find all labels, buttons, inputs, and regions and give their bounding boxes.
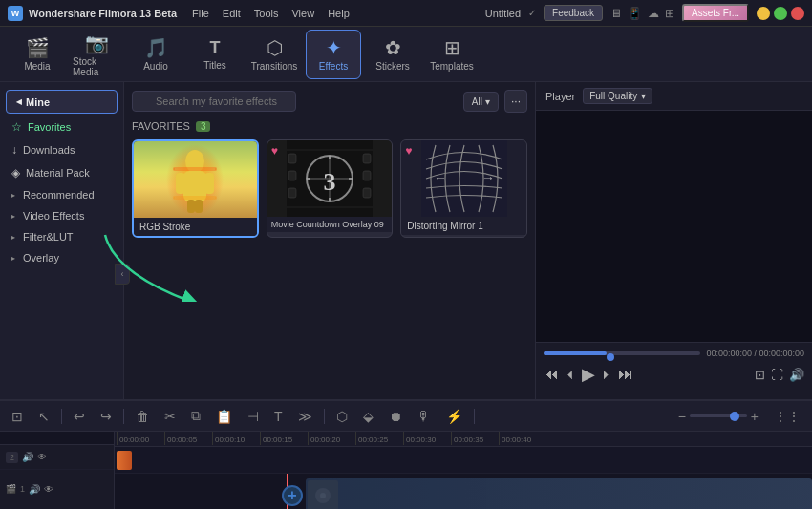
sidebar-mine-header[interactable]: ◂ Mine — [6, 90, 118, 114]
playback-progress-bar[interactable] — [544, 351, 700, 355]
snap-icon[interactable]: ⚡ — [442, 407, 466, 426]
time-display: 00:00:00:00 / 00:00:00:00 — [706, 349, 804, 358]
audio-track-icon[interactable]: 🎙 — [414, 407, 435, 426]
more-options-button[interactable]: ··· — [504, 90, 527, 113]
phone-icon[interactable]: 📱 — [628, 7, 642, 20]
crop-icon[interactable]: ⊡ — [755, 368, 765, 382]
svg-text:←: ← — [434, 170, 447, 185]
undo-icon[interactable]: ↩ — [70, 407, 89, 426]
svg-rect-14 — [288, 188, 296, 198]
tool-effects[interactable]: ✦ Effects — [306, 30, 361, 79]
volume-icon[interactable]: 🔊 — [789, 368, 804, 382]
sidebar-item-filter-lut[interactable]: ▸ Filter&LUT — [0, 226, 123, 247]
paste-icon[interactable]: 📋 — [212, 407, 236, 426]
skip-back-icon[interactable]: ⏮ — [544, 366, 559, 383]
video-track-label: 2 🔊 👁 — [0, 445, 114, 469]
feedback-button[interactable]: Feedback — [544, 5, 603, 21]
sidebar-item-recommended[interactable]: ▸ Recommended — [0, 184, 123, 205]
audio-icon: 🎵 — [144, 36, 168, 59]
favorites-count-badge: 3 — [196, 121, 211, 132]
menu-tools[interactable]: Tools — [254, 8, 279, 19]
media-label: Media — [24, 61, 50, 72]
menu-help[interactable]: Help — [328, 8, 350, 19]
scissors-icon[interactable]: ✂ — [160, 407, 180, 426]
delete-icon[interactable]: 🗑 — [132, 407, 153, 426]
frame-forward-icon[interactable]: ⏵ — [601, 368, 612, 381]
zoom-out-button[interactable]: − — [678, 409, 686, 424]
tool-templates[interactable]: ⊞ Templates — [424, 30, 480, 79]
split-icon[interactable]: ⊣ — [244, 407, 263, 426]
countdown-thumb-bg: 3 — [267, 140, 393, 217]
redo-icon[interactable]: ↪ — [96, 407, 116, 426]
favorites-label: Favorites — [28, 121, 71, 133]
quality-selector[interactable]: Full Quality ▾ — [583, 88, 652, 104]
rgb-thumb-bg — [134, 141, 257, 218]
crop-tool-icon[interactable]: ⊡ — [8, 407, 27, 426]
more-options-icon[interactable]: ⋮⋮ — [770, 407, 804, 426]
countdown-heart-icon: ♥ — [271, 144, 278, 158]
monitor-icon[interactable]: 🖥 — [610, 7, 622, 20]
overlay-arrow-icon: ▸ — [11, 254, 15, 263]
tool-stock-media[interactable]: 📷 Stock Media — [69, 30, 124, 79]
distort-thumb-bg: ← → — [401, 140, 526, 217]
tool-transitions[interactable]: ⬡ Transitions — [246, 30, 302, 79]
clip-orange[interactable] — [117, 451, 132, 470]
sidebar-item-video-effects[interactable]: ▸ Video Effects — [0, 205, 123, 226]
sidebar-collapse-button[interactable]: ‹ — [115, 264, 130, 285]
sidebar-item-favorites[interactable]: ☆ Favorites — [0, 116, 123, 138]
assets-button[interactable]: Assets Fr... — [682, 4, 749, 22]
fullscreen-icon[interactable]: ⛶ — [771, 368, 783, 382]
ruler-mark-0: 00:00:00 — [117, 432, 164, 445]
video-track-mute-icon[interactable]: 👁 — [37, 452, 47, 462]
svg-rect-16 — [363, 171, 371, 180]
favorites-section-title: FAVORITES 3 — [132, 120, 527, 132]
main-track-visible[interactable]: 👁 — [44, 484, 53, 495]
app-brand: W Wondershare Filmora 13 Beta — [8, 6, 177, 21]
zoom-control: − + — [678, 409, 759, 424]
sidebar-item-overlay[interactable]: ▸ Overlay — [0, 247, 123, 268]
effect-card-distorting-mirror[interactable]: ♥ — [400, 139, 527, 238]
clip-main-video[interactable] — [306, 478, 812, 509]
tool-media[interactable]: 🎬 Media — [10, 30, 65, 79]
minimize-button[interactable] — [757, 7, 770, 20]
main-track-label: 🎬 1 🔊 👁 — [0, 470, 114, 509]
more-tools-icon[interactable]: ≫ — [294, 407, 316, 426]
main-toolbar: 🎬 Media 📷 Stock Media 🎵 Audio T Titles ⬡… — [0, 27, 812, 82]
clip-waveform — [306, 478, 459, 509]
add-clip-button[interactable]: + — [282, 485, 303, 506]
close-button[interactable] — [791, 7, 804, 20]
rgb-stroke-name: RGB Stroke — [134, 218, 257, 236]
pointer-tool-icon[interactable]: ↖ — [34, 407, 53, 426]
stickers-icon: ✿ — [385, 36, 401, 59]
tool-audio[interactable]: 🎵 Audio — [128, 30, 183, 79]
skip-forward-icon[interactable]: ⏭ — [618, 366, 633, 383]
maximize-button[interactable] — [774, 7, 787, 20]
sidebar-item-downloads[interactable]: ↓ Downloads — [0, 138, 123, 161]
sidebar-item-material-pack[interactable]: ◈ Material Pack — [0, 161, 123, 184]
cloud-icon[interactable]: ☁ — [648, 7, 659, 20]
zoom-slider[interactable] — [690, 414, 747, 417]
tool-titles[interactable]: T Titles — [187, 30, 243, 79]
search-input[interactable] — [132, 91, 296, 112]
marker-icon[interactable]: ⬙ — [359, 407, 377, 426]
menu-file[interactable]: File — [192, 8, 209, 19]
filter-dropdown[interactable]: All ▾ — [463, 92, 499, 112]
main-track-mute[interactable]: 🔊 — [29, 484, 40, 495]
frame-back-icon[interactable]: ⏴ — [565, 368, 576, 381]
record-icon[interactable]: ⏺ — [385, 407, 406, 426]
effect-card-rgb-stroke[interactable]: RGB Stroke — [132, 139, 259, 238]
grid-icon[interactable]: ⊞ — [665, 7, 674, 20]
effect-card-movie-countdown[interactable]: ♥ — [267, 139, 394, 238]
progress-handle[interactable] — [607, 353, 614, 361]
transition-icon[interactable]: ⬡ — [332, 407, 352, 426]
menu-view[interactable]: View — [291, 8, 314, 19]
copy-icon[interactable]: ⧉ — [187, 406, 204, 426]
zoom-in-button[interactable]: + — [751, 409, 759, 424]
play-icon[interactable]: ▶ — [582, 364, 595, 385]
search-wrapper: 🔍 — [132, 91, 458, 112]
timeline-toolbar: ⊡ ↖ ↩ ↪ 🗑 ✂ ⧉ 📋 ⊣ T ≫ ⬡ ⬙ ⏺ 🎙 ⚡ − + ⋮⋮ — [0, 401, 812, 432]
downloads-label: Downloads — [23, 144, 75, 156]
tool-stickers[interactable]: ✿ Stickers — [365, 30, 420, 79]
menu-edit[interactable]: Edit — [223, 8, 241, 19]
text-tool-icon[interactable]: T — [270, 407, 287, 426]
